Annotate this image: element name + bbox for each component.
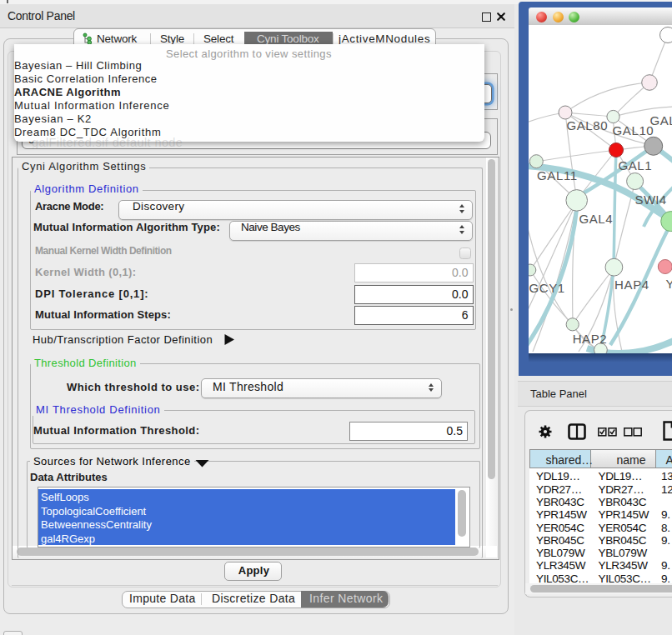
svg-text:GAL11: GAL11 (537, 168, 578, 182)
svg-text:Y: Y (665, 277, 672, 291)
svg-text:GCY1: GCY1 (529, 281, 565, 295)
svg-text:HAP2: HAP2 (573, 332, 608, 346)
svg-text:GAL4: GAL4 (579, 212, 614, 226)
svg-text:HAP4: HAP4 (614, 278, 649, 292)
svg-text:GAL80: GAL80 (566, 118, 608, 132)
svg-text:GAL1: GAL1 (618, 158, 652, 172)
svg-text:SWI4: SWI4 (635, 192, 667, 207)
svg-text:GAL10: GAL10 (613, 123, 654, 138)
